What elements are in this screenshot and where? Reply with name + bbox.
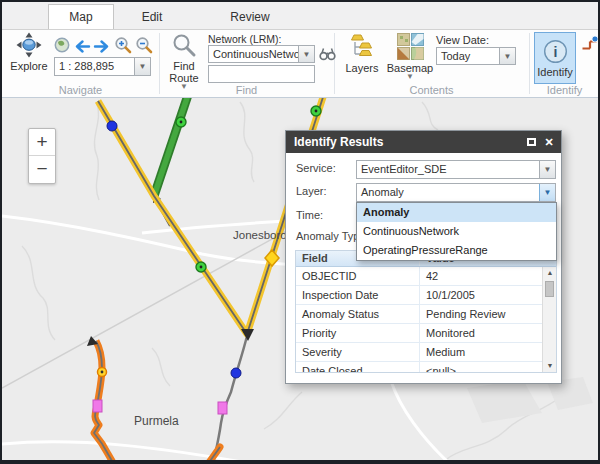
ribbon-tabstrip: Map Edit Review [2, 2, 598, 30]
tab-review[interactable]: Review [214, 5, 286, 29]
identify-button[interactable]: i Identify [534, 32, 576, 84]
group-label-navigate: Navigate [2, 84, 159, 96]
view-date-combobox[interactable]: Today ▼ [436, 47, 516, 65]
green-point-marker[interactable] [176, 117, 186, 127]
dropdown-option-anomaly[interactable]: Anomaly [357, 203, 556, 222]
basemap-button[interactable]: Basemap ▼ [386, 33, 434, 80]
layer-combobox[interactable]: Anomaly ▼ [356, 183, 556, 202]
field-cell: Date Closed [296, 362, 420, 373]
scroll-up-icon[interactable]: ▲ [543, 267, 557, 279]
network-combobox[interactable]: ContinuousNetwork ▼ [208, 45, 315, 63]
view-date-value: Today [437, 48, 499, 64]
table-row[interactable]: Inspection Date 10/1/2005 [296, 286, 556, 305]
next-extent-icon[interactable] [93, 39, 111, 57]
green-point-marker[interactable] [311, 106, 321, 116]
arrowhead-icon [241, 329, 254, 341]
layers-button[interactable]: Layers [342, 33, 382, 74]
map-zoom-control: + − [28, 128, 56, 184]
layer-label: Layer: [296, 185, 327, 197]
pink-square-marker[interactable] [93, 400, 102, 412]
network-lrm-label: Network (LRM): [208, 33, 282, 45]
identify-results-panel: Identify Results ✕ Service: EventEditor_… [285, 130, 562, 384]
layer-value: Anomaly [357, 184, 539, 201]
app-window: Map Edit Review Explore [0, 0, 600, 464]
green-point-marker[interactable] [196, 262, 206, 272]
table-row[interactable]: Anomaly Status Pending Review [296, 305, 556, 324]
field-cell: Inspection Date [296, 286, 420, 304]
yellow-point-marker[interactable] [98, 368, 107, 377]
pink-square-marker[interactable] [218, 402, 227, 414]
full-extent-globe-icon[interactable] [54, 37, 70, 57]
group-label-find: Find [159, 84, 334, 96]
find-route-button[interactable]: Find Route ▼ [164, 33, 204, 90]
chevron-down-icon[interactable]: ▼ [539, 161, 555, 178]
service-combobox[interactable]: EventEditor_SDE ▼ [356, 160, 556, 179]
identify-icon: i [543, 39, 568, 66]
town-label: Jonesboro [233, 229, 287, 241]
explore-label: Explore [10, 61, 47, 72]
gray-route-line [213, 336, 247, 460]
route-input[interactable] [208, 65, 315, 83]
table-row[interactable]: OBJECTID 42 [296, 267, 556, 286]
scale-combobox[interactable]: 1 : 288,895 ▼ [54, 57, 151, 76]
chevron-down-icon[interactable]: ▼ [539, 184, 555, 201]
value-cell: <null> [420, 362, 556, 373]
map-zoom-in-button[interactable]: + [29, 129, 55, 156]
layers-label: Layers [345, 63, 378, 74]
close-button[interactable]: ✕ [543, 136, 555, 148]
dropdown-option-continuousnetwork[interactable]: ContinuousNetwork [357, 222, 556, 241]
basemap-field [467, 380, 542, 423]
service-value: EventEditor_SDE [357, 161, 539, 178]
zoom-out-icon[interactable] [135, 36, 153, 58]
table-row[interactable]: Severity Medium [296, 343, 556, 362]
svg-text:i: i [553, 43, 557, 59]
chevron-down-icon[interactable]: ▼ [499, 48, 515, 64]
green-route-line[interactable] [154, 98, 188, 196]
chevron-down-icon: ▼ [406, 74, 414, 80]
value-cell: Pending Review [420, 305, 556, 323]
field-cell: Severity [296, 343, 420, 361]
identify-route-location-icon[interactable] [581, 35, 599, 56]
field-cell: OBJECTID [296, 267, 420, 285]
value-cell: Medium [420, 343, 556, 361]
explore-icon [16, 32, 42, 60]
panel-titlebar[interactable]: Identify Results ✕ [286, 131, 561, 153]
tab-map[interactable]: Map [48, 4, 114, 29]
map-zoom-out-button[interactable]: − [29, 156, 55, 183]
blue-point-marker[interactable] [107, 121, 117, 131]
field-cell: Priority [296, 324, 420, 342]
network-value: ContinuousNetwork [209, 46, 298, 62]
view-date-label: View Date: [436, 34, 489, 46]
panel-title: Identify Results [294, 135, 383, 149]
group-label-identify: Identify [529, 84, 600, 96]
blue-point-marker[interactable] [231, 368, 241, 378]
tab-edit[interactable]: Edit [120, 5, 184, 29]
attributes-table: Field Value OBJECTID 42 Inspection Date … [295, 250, 557, 373]
time-label: Time: [296, 209, 323, 221]
scale-value: 1 : 288,895 [55, 58, 134, 75]
service-label: Service: [296, 162, 336, 174]
scrollbar-thumb[interactable] [545, 281, 554, 297]
value-cell: 10/1/2005 [420, 286, 556, 304]
maximize-button[interactable] [525, 136, 537, 148]
ribbon: Explore [2, 30, 598, 98]
chevron-down-icon[interactable]: ▼ [134, 58, 150, 75]
scroll-down-icon[interactable]: ▼ [543, 360, 557, 372]
chevron-down-icon[interactable]: ▼ [298, 46, 314, 62]
layers-icon [348, 33, 376, 62]
zoom-in-icon[interactable] [114, 36, 132, 58]
town-label: Purmela [134, 414, 179, 428]
binoculars-icon[interactable] [319, 46, 336, 65]
field-cell: Anomaly Status [296, 305, 420, 323]
identify-label: Identify [537, 66, 572, 78]
layer-dropdown-list: Anomaly ContinuousNetwork OperatingPress… [356, 202, 557, 261]
previous-extent-icon[interactable] [73, 39, 91, 57]
table-scrollbar[interactable]: ▲ ▼ [542, 267, 556, 372]
explore-button[interactable]: Explore [6, 32, 52, 72]
table-row[interactable]: Priority Monitored [296, 324, 556, 343]
value-cell: 42 [420, 267, 556, 285]
table-row[interactable]: Date Closed <null> [296, 362, 556, 373]
group-label-contents: Contents [334, 84, 529, 96]
find-route-label-1: Find [173, 61, 194, 72]
dropdown-option-operatingpressurerange[interactable]: OperatingPressureRange [357, 241, 556, 260]
